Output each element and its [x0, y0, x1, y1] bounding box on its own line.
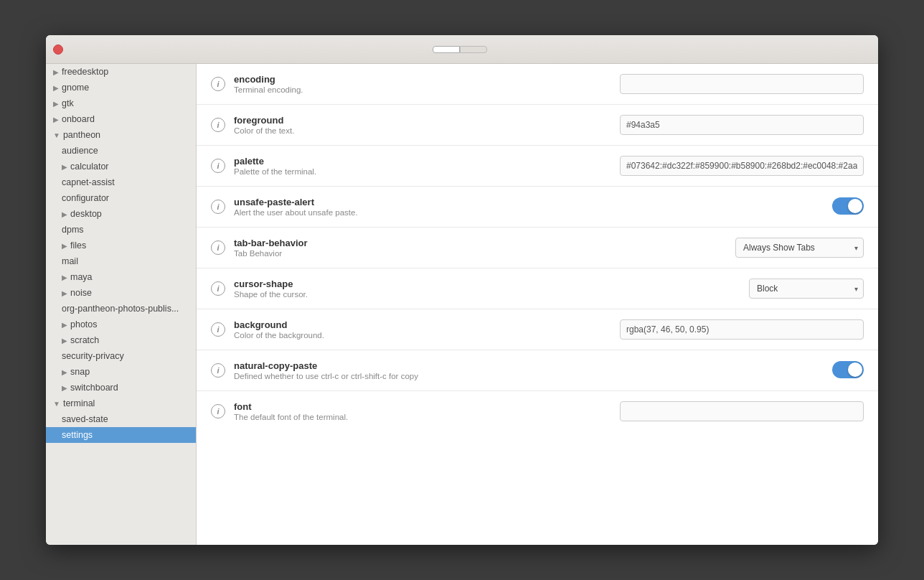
- tab-events[interactable]: [460, 46, 487, 53]
- info-icon-tab-bar-behavior[interactable]: i: [211, 240, 225, 255]
- info-icon-encoding[interactable]: i: [211, 77, 225, 91]
- arrow-icon-desktop: ▶: [62, 210, 67, 218]
- setting-name-background: background: [234, 319, 611, 330]
- expand-button[interactable]: [857, 42, 871, 57]
- setting-name-font: font: [234, 401, 611, 412]
- sidebar-item-files[interactable]: ▶files: [46, 238, 196, 253]
- setting-desc-foreground: Color of the text.: [234, 126, 611, 135]
- sidebar-item-onboard[interactable]: ▶onboard: [46, 111, 196, 127]
- sidebar-item-maya[interactable]: ▶maya: [46, 269, 196, 285]
- sidebar-label-terminal: terminal: [63, 398, 95, 408]
- sidebar-item-capnet-assist[interactable]: capnet-assist: [46, 174, 196, 190]
- text-input-background[interactable]: [620, 319, 864, 340]
- setting-desc-unsafe-paste-alert: Alert the user about unsafe paste.: [234, 208, 824, 217]
- main-window: ▶freedesktop▶gnome▶gtk▶onboard▼pantheona…: [46, 35, 878, 545]
- sidebar-item-snap[interactable]: ▶snap: [46, 364, 196, 380]
- sidebar-item-dpms[interactable]: dpms: [46, 222, 196, 238]
- setting-control-encoding: [620, 74, 864, 94]
- settings-panel: iencodingTerminal encoding.iforegroundCo…: [197, 64, 878, 545]
- setting-label-font: fontThe default font of the terminal.: [234, 401, 611, 421]
- info-icon-natural-copy-paste[interactable]: i: [211, 363, 225, 378]
- setting-label-background: backgroundColor of the background.: [234, 319, 611, 340]
- toggle-slider-natural-copy-paste: [832, 361, 864, 378]
- info-icon-palette[interactable]: i: [211, 159, 225, 173]
- setting-row-natural-copy-paste: inatural-copy-pasteDefined whether to us…: [197, 350, 878, 391]
- sidebar-item-security-privacy[interactable]: security-privacy: [46, 348, 196, 364]
- sidebar-item-freedesktop[interactable]: ▶freedesktop: [46, 64, 196, 80]
- sidebar-item-settings[interactable]: settings: [46, 427, 196, 443]
- sidebar-item-switchboard[interactable]: ▶switchboard: [46, 380, 196, 396]
- toggle-unsafe-paste-alert[interactable]: [832, 197, 864, 215]
- info-icon-cursor-shape[interactable]: i: [211, 281, 225, 296]
- sidebar-label-gtk: gtk: [62, 98, 74, 108]
- setting-control-cursor-shape: BlockIbeamUnderline▾: [749, 279, 864, 299]
- sidebar-label-files: files: [70, 240, 86, 251]
- setting-desc-encoding: Terminal encoding.: [234, 85, 611, 94]
- sidebar-label-scratch: scratch: [70, 335, 99, 345]
- sidebar-item-configurator[interactable]: configurator: [46, 190, 196, 206]
- sidebar-item-calculator[interactable]: ▶calculator: [46, 159, 196, 174]
- setting-control-background: [620, 319, 864, 340]
- toggle-natural-copy-paste[interactable]: [832, 361, 864, 378]
- text-input-encoding[interactable]: [620, 74, 864, 94]
- sidebar-item-noise[interactable]: ▶noise: [46, 285, 196, 301]
- info-icon-foreground[interactable]: i: [211, 118, 225, 132]
- arrow-icon-noise: ▶: [62, 289, 67, 297]
- setting-label-cursor-shape: cursor-shapeShape of the cursor.: [234, 279, 740, 299]
- text-input-foreground[interactable]: [620, 115, 864, 135]
- arrow-icon-photos: ▶: [62, 321, 67, 329]
- sidebar-label-gnome: gnome: [62, 83, 89, 93]
- sidebar-item-scratch[interactable]: ▶scratch: [46, 332, 196, 348]
- setting-row-palette: ipalettePalette of the terminal.: [197, 146, 878, 187]
- setting-name-unsafe-paste-alert: unsafe-paste-alert: [234, 197, 824, 207]
- arrow-icon-gnome: ▶: [53, 84, 59, 92]
- sidebar-label-audience: audience: [62, 146, 98, 156]
- sidebar-label-freedesktop: freedesktop: [62, 67, 108, 77]
- sidebar-item-audience[interactable]: audience: [46, 143, 196, 159]
- setting-desc-palette: Palette of the terminal.: [234, 167, 611, 176]
- setting-label-foreground: foregroundColor of the text.: [234, 115, 611, 135]
- setting-name-palette: palette: [234, 156, 611, 167]
- setting-desc-tab-bar-behavior: Tab Behavior: [234, 249, 727, 258]
- setting-control-natural-copy-paste: [832, 361, 864, 380]
- text-input-palette[interactable]: [620, 156, 864, 176]
- sidebar-item-photos[interactable]: ▶photos: [46, 317, 196, 332]
- setting-desc-background: Color of the background.: [234, 331, 611, 340]
- setting-label-unsafe-paste-alert: unsafe-paste-alertAlert the user about u…: [234, 197, 824, 217]
- sidebar-item-saved-state[interactable]: saved-state: [46, 411, 196, 427]
- setting-control-foreground: [620, 115, 864, 135]
- close-button[interactable]: [53, 45, 63, 55]
- info-icon-unsafe-paste-alert[interactable]: i: [211, 200, 225, 214]
- sidebar-label-snap: snap: [70, 367, 90, 377]
- sidebar-item-gnome[interactable]: ▶gnome: [46, 80, 196, 95]
- arrow-icon-maya: ▶: [62, 273, 67, 281]
- arrow-icon-pantheon: ▼: [53, 131, 60, 139]
- setting-desc-cursor-shape: Shape of the cursor.: [234, 290, 740, 299]
- sidebar-label-photos: photos: [70, 319, 98, 329]
- text-input-font[interactable]: [620, 401, 864, 421]
- setting-name-tab-bar-behavior: tab-bar-behavior: [234, 238, 727, 248]
- toggle-knob-natural-copy-paste: [848, 362, 862, 377]
- sidebar-label-calculator: calculator: [70, 162, 109, 172]
- setting-row-background: ibackgroundColor of the background.: [197, 309, 878, 350]
- tab-schemas[interactable]: [433, 46, 460, 53]
- setting-desc-font: The default font of the terminal.: [234, 413, 611, 421]
- sidebar-item-terminal[interactable]: ▼terminal: [46, 396, 196, 411]
- arrow-icon-terminal: ▼: [53, 400, 60, 408]
- setting-name-natural-copy-paste: natural-copy-paste: [234, 360, 824, 371]
- sidebar-item-org-pantheon-photos[interactable]: org-pantheon-photos-publis...: [46, 301, 196, 317]
- sidebar-item-gtk[interactable]: ▶gtk: [46, 95, 196, 111]
- info-icon-background[interactable]: i: [211, 322, 225, 337]
- arrow-icon-onboard: ▶: [53, 116, 59, 123]
- dropdown-cursor-shape[interactable]: BlockIbeamUnderline: [749, 279, 864, 299]
- dropdown-tab-bar-behavior[interactable]: Always Show TabsNever Show TabsShow Tabs…: [735, 238, 864, 258]
- sidebar-item-mail[interactable]: mail: [46, 253, 196, 269]
- info-icon-font[interactable]: i: [211, 404, 225, 418]
- arrow-icon-snap: ▶: [62, 368, 67, 376]
- sidebar-label-settings: settings: [62, 430, 93, 440]
- setting-control-tab-bar-behavior: Always Show TabsNever Show TabsShow Tabs…: [735, 238, 864, 258]
- sidebar-item-desktop[interactable]: ▶desktop: [46, 206, 196, 222]
- sidebar-label-switchboard: switchboard: [70, 383, 118, 393]
- sidebar-label-saved-state: saved-state: [62, 414, 108, 424]
- sidebar-item-pantheon[interactable]: ▼pantheon: [46, 127, 196, 143]
